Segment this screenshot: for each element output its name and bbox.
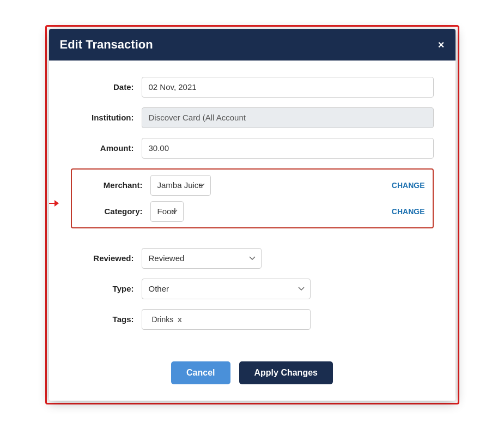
category-select-wrapper: Food	[150, 201, 385, 222]
modal-footer: Cancel Apply Changes	[49, 356, 456, 401]
arrow-head	[54, 200, 59, 207]
date-input[interactable]	[142, 77, 434, 98]
category-select[interactable]: Food	[150, 201, 184, 222]
apply-changes-button[interactable]: Apply Changes	[239, 361, 333, 384]
type-label: Type:	[71, 284, 142, 293]
category-row: Category: Food CHANGE	[80, 201, 425, 222]
type-row: Type: Other	[71, 279, 434, 299]
amount-label: Amount:	[71, 143, 142, 153]
category-change-link[interactable]: CHANGE	[392, 207, 425, 216]
date-label: Date:	[71, 82, 142, 92]
merchant-select-wrapper: Jamba Juice	[150, 175, 385, 196]
arrow-indicator	[49, 200, 59, 207]
tags-label: Tags:	[71, 315, 142, 324]
amount-input[interactable]	[142, 138, 434, 159]
institution-row: Institution:	[71, 107, 434, 128]
edit-transaction-modal: Edit Transaction × Date: Institution: Am…	[49, 29, 456, 401]
tags-row: Tags: Drinks x	[71, 309, 434, 330]
modal-header: Edit Transaction ×	[49, 29, 456, 61]
reviewed-label: Reviewed:	[71, 253, 142, 263]
merchant-row: Merchant: Jamba Juice CHANGE	[80, 175, 425, 196]
reviewed-select[interactable]: Reviewed	[142, 248, 262, 269]
tag-remove-btn[interactable]: x	[178, 315, 182, 324]
institution-input	[142, 107, 434, 128]
close-button[interactable]: ×	[438, 39, 445, 50]
outer-border: Edit Transaction × Date: Institution: Am…	[45, 25, 459, 404]
date-row: Date:	[71, 77, 434, 98]
merchant-label: Merchant:	[80, 180, 150, 190]
merchant-category-section: Merchant: Jamba Juice CHANGE Category:	[71, 168, 434, 228]
highlighted-block: Merchant: Jamba Juice CHANGE Category:	[71, 168, 434, 238]
category-label: Category:	[80, 207, 150, 216]
modal-title: Edit Transaction	[60, 38, 153, 52]
merchant-select[interactable]: Jamba Juice	[150, 175, 211, 196]
modal-body: Date: Institution: Amount:	[49, 61, 456, 356]
highlighted-section: Merchant: Jamba Juice CHANGE Category:	[71, 168, 434, 238]
cancel-button[interactable]: Cancel	[171, 361, 230, 384]
institution-label: Institution:	[71, 113, 142, 122]
tag-drinks: Drinks x	[149, 314, 185, 325]
reviewed-row: Reviewed: Reviewed	[71, 248, 434, 269]
type-select[interactable]: Other	[142, 279, 311, 299]
amount-row: Amount:	[71, 138, 434, 159]
type-select-wrapper: Other	[142, 279, 311, 299]
merchant-change-link[interactable]: CHANGE	[392, 181, 425, 190]
arrow-line	[49, 203, 54, 204]
tags-input[interactable]: Drinks x	[142, 309, 311, 330]
reviewed-select-wrapper: Reviewed	[142, 248, 262, 269]
